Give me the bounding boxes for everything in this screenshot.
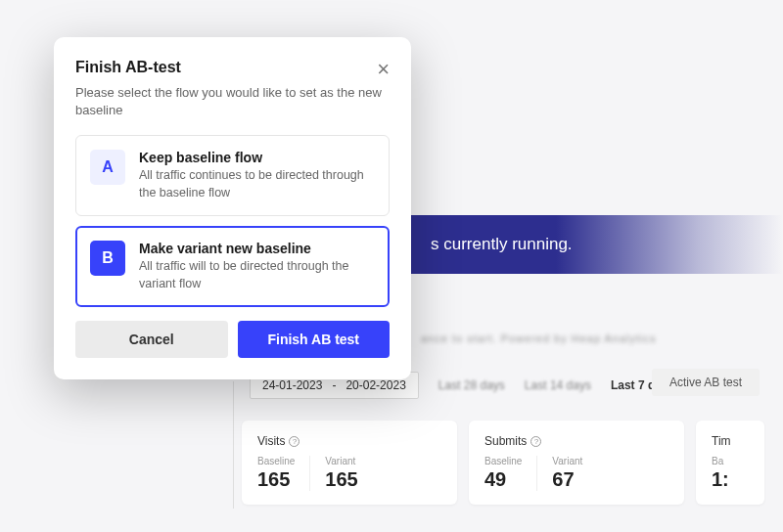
modal-title: Finish AB-test — [75, 59, 181, 76]
cancel-button[interactable]: Cancel — [75, 321, 228, 358]
stat-title: Submits ? — [484, 434, 668, 448]
stat-label-baseline: Baseline — [484, 456, 522, 466]
stat-value-baseline: 165 — [257, 468, 295, 491]
date-preset-28[interactable]: Last 28 days — [438, 378, 505, 392]
divider — [233, 381, 234, 509]
stat-card-visits: Visits ? Baseline 165 Variant 165 — [242, 421, 457, 505]
help-icon[interactable]: ? — [289, 436, 299, 447]
option-title: Keep baseline flow — [139, 150, 375, 165]
finish-ab-test-button[interactable]: Finish AB test — [238, 321, 391, 358]
variant-a-badge: A — [90, 150, 125, 185]
date-preset-14[interactable]: Last 14 days — [525, 378, 591, 392]
stat-card-submits: Submits ? Baseline 49 Variant 67 — [469, 421, 684, 505]
variant-b-badge: B — [90, 241, 125, 276]
divider — [309, 456, 310, 491]
filter-active-ab-test[interactable]: Active AB test — [652, 369, 760, 396]
hint-text: ance to start. Powered by Heap Analytics — [421, 332, 657, 344]
stat-title: Tim — [712, 434, 749, 448]
date-start: 24-01-2023 — [262, 378, 322, 392]
modal-subtitle: Please select the flow you would like to… — [75, 84, 390, 119]
stat-label-baseline: Ba — [712, 456, 729, 466]
date-end: 20-02-2023 — [345, 378, 405, 392]
stat-label-variant: Variant — [325, 456, 357, 466]
stat-label-baseline: Baseline — [257, 456, 295, 466]
help-icon[interactable]: ? — [530, 436, 541, 447]
divider — [536, 456, 537, 491]
stat-card-time: Tim Ba 1: — [696, 421, 764, 505]
banner-text: s currently running. — [431, 235, 573, 254]
stat-value-variant: 165 — [325, 468, 357, 491]
date-sep: - — [332, 378, 336, 392]
stat-value-baseline: 49 — [484, 468, 522, 491]
option-description: All traffic will to be directed through … — [139, 258, 375, 292]
stat-value-baseline: 1: — [712, 468, 729, 491]
stat-value-variant: 67 — [552, 468, 582, 491]
option-description: All traffic continues to be directed thr… — [139, 167, 375, 201]
close-icon[interactable]: × — [377, 59, 390, 80]
option-keep-baseline[interactable]: A Keep baseline flow All traffic continu… — [75, 135, 390, 216]
stats-row: Visits ? Baseline 165 Variant 165 Submit… — [242, 421, 764, 505]
finish-ab-test-modal: Finish AB-test × Please select the flow … — [54, 37, 411, 379]
option-title: Make variant new baseline — [139, 241, 375, 256]
option-make-variant-baseline[interactable]: B Make variant new baseline All traffic … — [75, 226, 390, 307]
stat-label-variant: Variant — [552, 456, 582, 466]
stat-title: Visits ? — [257, 434, 441, 448]
